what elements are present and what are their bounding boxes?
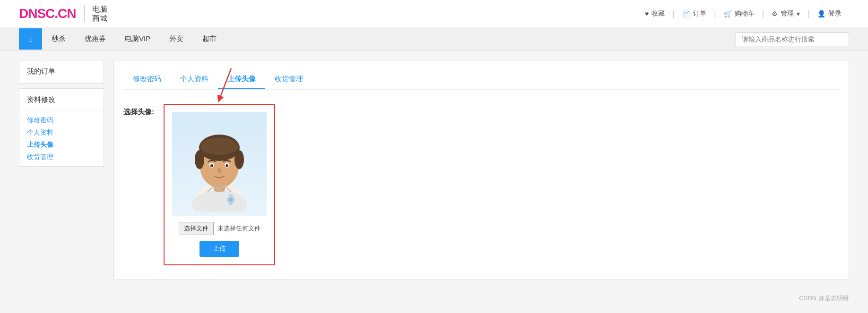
svg-point-14 bbox=[217, 168, 221, 173]
header-order[interactable]: 📄 订单 bbox=[675, 9, 714, 18]
tab-change-password[interactable]: 修改密码 bbox=[123, 70, 171, 89]
tab-delivery[interactable]: 收货管理 bbox=[265, 70, 312, 89]
gear-icon: ⚙ bbox=[772, 10, 778, 17]
nav-coupon[interactable]: 优惠券 bbox=[75, 28, 115, 50]
header-login[interactable]: 👤 登录 bbox=[810, 9, 849, 18]
file-icon: 📄 bbox=[682, 10, 690, 17]
logo-subtitle: 电脑 商城 bbox=[92, 5, 107, 23]
nav-takeaway[interactable]: 外卖 bbox=[160, 28, 193, 50]
upload-box-wrapper: 选择文件 未选择任何文件 上传 bbox=[164, 104, 275, 265]
user-icon: 👤 bbox=[817, 10, 825, 17]
logo-dns-text: DNSC.CN bbox=[19, 6, 76, 21]
nav-seckill[interactable]: 秒杀 bbox=[42, 28, 75, 50]
nav-vip[interactable]: 电脑VIP bbox=[115, 28, 160, 50]
content-tabs: 修改密码 个人资料 上传头像 收货管理 bbox=[123, 70, 839, 90]
file-picker-row: 选择文件 未选择任何文件 bbox=[179, 222, 260, 235]
svg-point-9 bbox=[200, 138, 238, 155]
heart-icon: ♥ bbox=[645, 10, 649, 17]
header-nav: ♥ 收藏 | 📄 订单 | 🛒 购物车 | ⚙ 管理 ▾ | 👤 登录 bbox=[637, 9, 849, 19]
avatar-svg bbox=[182, 117, 257, 211]
svg-point-13 bbox=[226, 164, 228, 167]
sidebar-link-personal-info[interactable]: 个人资料 bbox=[27, 128, 96, 137]
svg-point-12 bbox=[210, 164, 213, 167]
sidebar-link-change-password[interactable]: 修改密码 bbox=[27, 116, 96, 125]
sidebar: 我的订单 资料修改 修改密码 个人资料 上传头像 收货管理 bbox=[19, 60, 104, 280]
sidebar-link-upload-avatar[interactable]: 上传头像 bbox=[27, 141, 96, 149]
sidebar-profile-section: 资料修改 修改密码 个人资料 上传头像 收货管理 bbox=[19, 88, 104, 167]
navbar: ⌂ 秒杀 优惠券 电脑VIP 外卖 超市 bbox=[0, 28, 868, 51]
avatar-container bbox=[172, 112, 267, 216]
upload-button[interactable]: 上传 bbox=[200, 241, 239, 257]
upload-label: 选择头像: bbox=[123, 104, 154, 117]
svg-point-19 bbox=[229, 198, 233, 202]
main-content: 我的订单 资料修改 修改密码 个人资料 上传头像 收货管理 修改密码 个人资料 … bbox=[0, 51, 868, 289]
cart-icon: 🛒 bbox=[724, 10, 732, 17]
header-collect[interactable]: ♥ 收藏 bbox=[637, 9, 672, 18]
search-wrap bbox=[736, 32, 849, 46]
home-icon: ⌂ bbox=[28, 35, 33, 43]
sidebar-link-delivery[interactable]: 收货管理 bbox=[27, 153, 96, 161]
header: DNSC.CN 电脑 商城 ♥ 收藏 | 📄 订单 | 🛒 购物车 | ⚙ 管理… bbox=[0, 0, 868, 28]
chevron-down-icon: ▾ bbox=[797, 10, 800, 17]
svg-point-7 bbox=[195, 150, 204, 169]
sidebar-profile-title: 资料修改 bbox=[19, 89, 104, 111]
header-manage[interactable]: ⚙ 管理 ▾ bbox=[764, 9, 807, 18]
search-input[interactable] bbox=[736, 32, 849, 46]
upload-section: 选择头像: bbox=[123, 99, 839, 270]
tab-upload-avatar[interactable]: 上传头像 bbox=[218, 70, 265, 89]
nav-supermarket[interactable]: 超市 bbox=[193, 28, 226, 50]
logo-divider bbox=[84, 5, 85, 22]
no-file-text: 未选择任何文件 bbox=[217, 224, 260, 233]
choose-file-button[interactable]: 选择文件 bbox=[179, 222, 214, 235]
sidebar-my-order-section: 我的订单 bbox=[19, 60, 104, 84]
sidebar-my-order-title: 我的订单 bbox=[19, 60, 104, 83]
content-area: 修改密码 个人资料 上传头像 收货管理 选择头像: bbox=[113, 60, 849, 280]
tab-personal-info[interactable]: 个人资料 bbox=[171, 70, 218, 89]
svg-point-8 bbox=[234, 150, 244, 169]
nav-home[interactable]: ⌂ bbox=[19, 28, 42, 50]
footer-watermark: CSDN @是志明呀 bbox=[0, 289, 868, 307]
upload-box: 选择文件 未选择任何文件 上传 bbox=[164, 104, 275, 265]
header-cart[interactable]: 🛒 购物车 bbox=[716, 9, 762, 18]
logo: DNSC.CN 电脑 商城 bbox=[19, 5, 107, 23]
sidebar-links: 修改密码 个人资料 上传头像 收货管理 bbox=[19, 111, 104, 166]
